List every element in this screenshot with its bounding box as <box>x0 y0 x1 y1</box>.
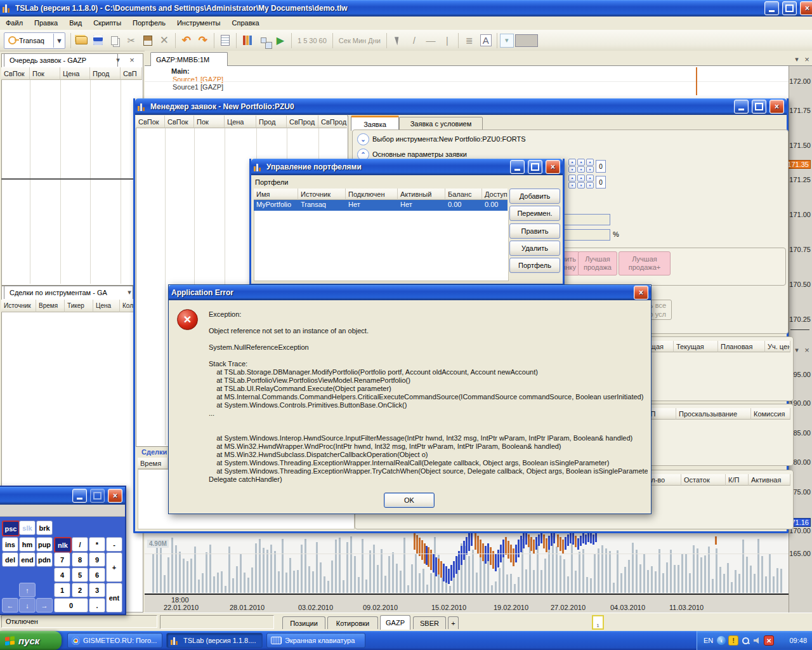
close-icon[interactable]: × <box>634 286 648 300</box>
menu-view[interactable]: Вид <box>63 17 88 30</box>
column-header[interactable]: Имя <box>254 189 298 200</box>
trendline-tool-icon[interactable]: / <box>407 33 422 48</box>
rename-portfolio-button[interactable]: Переимен. <box>509 206 560 221</box>
column-header[interactable]: СвП <box>121 67 142 80</box>
osk-key-5[interactable]: 5 <box>72 567 88 582</box>
column-header[interactable]: СвПок <box>165 116 194 128</box>
redo-icon[interactable]: ↷ <box>195 33 211 48</box>
menu-scripts[interactable]: Скрипты <box>88 17 127 30</box>
column-header[interactable]: СвПрод <box>287 116 318 128</box>
osk-key-→[interactable]: → <box>36 598 53 613</box>
osk-key-6[interactable]: 6 <box>89 567 105 582</box>
workspace-tab-add[interactable]: + <box>448 616 459 629</box>
volume-icon[interactable] <box>752 636 761 645</box>
osk-key--[interactable]: - <box>106 537 122 552</box>
maximize-button[interactable] <box>782 1 797 15</box>
maximize-button[interactable] <box>90 489 105 503</box>
menu-tools[interactable]: Инструменты <box>171 17 226 30</box>
minimize-button[interactable] <box>734 100 749 114</box>
error-dialog-titlebar[interactable]: Application Error × <box>169 285 651 300</box>
best-sell-button[interactable]: Лучшаяпродажа <box>578 251 617 275</box>
osk-key-3[interactable]: 3 <box>89 583 105 597</box>
column-header[interactable]: Цена <box>93 300 120 312</box>
osk-key-2[interactable]: 2 <box>72 583 88 597</box>
osk-titlebar[interactable]: × <box>0 487 125 505</box>
menu-help[interactable]: Справка <box>226 17 265 30</box>
portfolio-button[interactable]: Портфель <box>509 258 560 273</box>
column-header[interactable]: Пок <box>30 67 60 80</box>
cursor-tool-icon[interactable] <box>390 33 405 48</box>
timeframe-units[interactable]: Сек Мин Дни <box>339 37 381 44</box>
edit-portfolio-button[interactable]: Править <box>509 223 560 239</box>
order-manager-titlebar[interactable]: Менеджер заявок - New Portfolio:PZU0 × <box>135 98 787 115</box>
column-header[interactable]: Баланс <box>445 189 482 200</box>
scripts-library-icon[interactable] <box>240 33 255 48</box>
price-spinner[interactable]: ▲▼ <box>568 159 576 173</box>
connection-combo[interactable]: Transaq ▼ <box>4 32 65 49</box>
color-swatch[interactable] <box>515 34 538 47</box>
osk-key-end[interactable]: end <box>19 552 36 567</box>
minimize-button[interactable] <box>510 160 525 174</box>
osk-key-nlk[interactable]: nlk <box>54 537 72 553</box>
report-icon[interactable] <box>218 33 233 48</box>
task-osk[interactable]: Экранная клавиатура <box>266 633 365 648</box>
osk-key-pdn[interactable]: pdn <box>36 552 53 567</box>
security-warning-icon[interactable]: ! <box>728 635 738 646</box>
column-header[interactable]: Время <box>138 458 168 469</box>
om-trades-link[interactable]: Сделки <box>141 448 167 456</box>
column-header[interactable]: Остаток <box>681 474 726 486</box>
column-header[interactable]: Тикер <box>65 300 93 312</box>
column-header[interactable]: Источник <box>1 300 36 312</box>
text-tool-icon[interactable]: A <box>478 33 494 48</box>
osk-key-↓[interactable]: ↓ <box>19 598 36 613</box>
copy-icon[interactable] <box>107 33 122 48</box>
osk-key-slk[interactable]: slk <box>19 521 36 535</box>
vline-tool-icon[interactable]: | <box>440 33 455 48</box>
delete-portfolio-button[interactable]: Удалить <box>509 241 560 256</box>
column-header[interactable]: Плановая <box>718 341 765 352</box>
tab-conditional-order[interactable]: Заявка с условием <box>399 117 483 130</box>
menu-edit[interactable]: Правка <box>29 17 63 30</box>
price-spinner[interactable]: ▲▼ <box>586 159 594 173</box>
price-spinner[interactable]: ▲▼ <box>577 159 585 173</box>
task-gismeteo[interactable]: GISMETEO.RU: Пого... <box>67 633 162 648</box>
column-header[interactable]: К/П <box>726 474 749 486</box>
column-header[interactable]: Проскальзывание <box>676 408 751 420</box>
security-alert-icon[interactable]: ✕ <box>764 635 774 646</box>
lower-panel-close-icon[interactable]: × <box>802 345 812 355</box>
workspace-tab-positions[interactable]: Позиции <box>282 616 325 629</box>
cut-icon[interactable]: ✂ <box>124 33 139 48</box>
osk-key-ent[interactable]: ent <box>106 583 122 613</box>
close-button[interactable]: × <box>769 100 784 114</box>
column-header[interactable]: Пок <box>194 116 225 128</box>
osk-key-*[interactable]: * <box>89 537 105 552</box>
tab-order[interactable]: Заявка <box>351 116 399 131</box>
collapse-section-icon[interactable]: ⌄ <box>357 133 369 145</box>
trades-tab[interactable]: Сделки по инструментам - GA <box>4 286 133 299</box>
osk-key-4[interactable]: 4 <box>54 567 70 582</box>
run-script-icon[interactable]: ▶ <box>273 33 288 48</box>
table-row[interactable]: MyPortfolio Transaq Нет Нет 0.00 0.00 <box>254 200 508 211</box>
osk-key-7[interactable]: 7 <box>54 552 70 567</box>
task-tslab[interactable]: TSLab (версия 1.1.8.... <box>166 633 263 648</box>
osk-key-←[interactable]: ← <box>2 598 18 613</box>
menu-portfolio[interactable]: Портфель <box>127 17 171 30</box>
panel-menu-icon[interactable]: ▾ <box>113 56 123 64</box>
osk-key-del[interactable]: del <box>2 552 18 567</box>
order-queue-tab[interactable]: Очередь заявок - GAZP <box>4 53 118 67</box>
flow-diagram-icon[interactable] <box>256 33 272 48</box>
column-header[interactable]: Цена <box>225 116 256 128</box>
best-sell-plus-button[interactable]: Лучшаяпродажа+ <box>619 251 671 275</box>
close-button[interactable]: × <box>800 1 812 15</box>
qty-spinner[interactable]: ▲▼ <box>568 175 576 189</box>
delete-icon[interactable]: ✕ <box>157 33 172 48</box>
levels-tool-icon[interactable]: ≣ <box>462 33 477 48</box>
osk-key-hm[interactable]: hm <box>19 537 36 552</box>
paste-icon[interactable] <box>140 33 155 48</box>
osk-key-8[interactable]: 8 <box>72 552 88 567</box>
osk-key-/[interactable]: / <box>72 537 88 552</box>
workspace-tab-sber[interactable]: SBER <box>413 616 446 629</box>
start-button[interactable]: пуск <box>0 631 62 650</box>
maximize-button[interactable] <box>528 160 542 174</box>
osk-key-0[interactable]: 0 <box>54 598 88 613</box>
